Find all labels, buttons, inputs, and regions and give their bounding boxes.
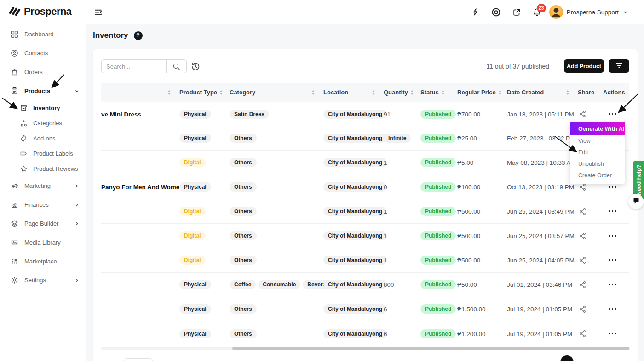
sort-icon[interactable] xyxy=(411,90,414,95)
search-icon[interactable] xyxy=(166,60,186,73)
row-actions-ellipsis-icon[interactable] xyxy=(603,235,629,237)
column-label: Share xyxy=(578,89,594,96)
row-actions-ellipsis-icon[interactable] xyxy=(603,113,629,115)
menu-item-view[interactable]: View xyxy=(570,135,625,146)
sort-icon[interactable] xyxy=(499,90,501,95)
menu-item-create-order[interactable]: Create Order xyxy=(570,169,625,181)
product-type-badge: Physical xyxy=(179,182,211,192)
sidebar-item-marketplace[interactable]: Marketplace xyxy=(0,252,86,271)
column-header-location[interactable]: Location xyxy=(323,89,384,96)
page-size-select[interactable] xyxy=(124,358,153,361)
brand-logo[interactable]: Prosperna xyxy=(8,5,71,17)
product-type-cell: Physical xyxy=(179,304,230,314)
sort-icon[interactable] xyxy=(312,90,315,95)
status-badge: Published xyxy=(420,329,456,338)
notifications-bell[interactable]: 23 xyxy=(533,8,541,17)
menu-item-unpublish[interactable]: Unpublish xyxy=(570,158,625,169)
quick-actions-bolt-icon[interactable] xyxy=(472,8,480,16)
share-icon[interactable] xyxy=(578,256,603,264)
help-icon[interactable]: ? xyxy=(134,31,143,40)
sidebar-item-categories[interactable]: Categories xyxy=(0,116,86,131)
category-badge: Others xyxy=(230,256,257,265)
column-label: Regular Price xyxy=(457,89,496,96)
date-created: Jan 18, 2023 | 05:11 PM xyxy=(507,111,574,118)
price-cell: ₱5.00 xyxy=(457,158,507,167)
location-cell: City of Mandaluyong xyxy=(323,158,384,167)
sidebar-item-label: Marketing xyxy=(24,182,51,189)
menu-item-edit[interactable]: Edit xyxy=(570,146,625,158)
category-badge: Others xyxy=(230,329,257,338)
category-cell: Others xyxy=(230,231,323,240)
row-actions-ellipsis-icon[interactable] xyxy=(603,259,629,261)
horizontal-scrollbar-thumb[interactable] xyxy=(232,347,629,350)
search-history-icon[interactable] xyxy=(190,62,200,71)
sidebar-item-add-ons[interactable]: Add-ons xyxy=(0,131,86,146)
chevron-right-icon xyxy=(74,183,80,189)
row-actions-ellipsis-icon[interactable] xyxy=(603,333,629,335)
target-icon[interactable] xyxy=(491,7,501,17)
floating-action-button[interactable] xyxy=(560,355,574,361)
sort-icon[interactable] xyxy=(566,90,569,95)
column-header-product-type[interactable]: Product Type xyxy=(179,89,230,96)
sidebar-item-orders[interactable]: Orders xyxy=(0,63,86,82)
search-input[interactable] xyxy=(102,60,166,73)
location-cell: City of Mandaluyong xyxy=(323,280,384,289)
sidebar-item-finances[interactable]: Finances xyxy=(0,195,86,214)
chat-button[interactable] xyxy=(628,194,644,209)
category-badge: Others xyxy=(230,134,257,143)
share-icon[interactable] xyxy=(578,330,603,338)
external-link-icon[interactable] xyxy=(512,8,521,17)
location-badge: City of Mandaluyong xyxy=(323,182,387,192)
collapse-sidebar-icon[interactable] xyxy=(94,8,103,17)
account-menu[interactable]: Prosperna Support xyxy=(549,5,628,19)
sidebar-item-inventory[interactable]: Inventory xyxy=(0,100,86,116)
menu-item-generate-with-ai[interactable]: Generate With AI xyxy=(570,122,625,135)
sidebar-item-dashboard[interactable]: Dashboard xyxy=(0,25,86,44)
product-type-badge: Digital xyxy=(179,207,206,216)
row-actions-ellipsis-icon[interactable] xyxy=(603,210,629,212)
avatar xyxy=(549,5,563,19)
sort-icon[interactable] xyxy=(442,90,444,95)
product-name-link[interactable]: ve Mini Dress xyxy=(101,111,141,118)
product-name-link[interactable]: Panyo For Men And Women xyxy=(101,184,184,191)
share-icon[interactable] xyxy=(578,281,603,289)
column-header-product[interactable] xyxy=(101,90,179,95)
sort-icon[interactable] xyxy=(220,90,223,95)
add-product-button[interactable]: Add Product xyxy=(564,59,604,73)
sort-icon[interactable] xyxy=(168,90,171,95)
share-icon[interactable] xyxy=(578,208,603,215)
column-header-status[interactable]: Status xyxy=(420,89,457,96)
share-icon[interactable] xyxy=(578,305,603,313)
column-header-date-created[interactable]: Date Created xyxy=(507,89,578,96)
location-cell: City of Mandaluyong xyxy=(323,231,384,240)
location-cell: City of Mandaluyong xyxy=(323,329,384,338)
date-created: Jul 19, 2024 | 01:05 PM xyxy=(507,306,572,313)
sidebar-item-contacts[interactable]: Contacts xyxy=(0,44,86,63)
share-icon[interactable] xyxy=(578,183,603,191)
sidebar-item-label: Dashboard xyxy=(24,31,54,38)
location-badge: City of Mandaluyong xyxy=(323,207,387,216)
sidebar-item-products[interactable]: Products xyxy=(0,82,86,100)
sidebar-item-marketing[interactable]: Marketing xyxy=(0,176,86,195)
sidebar-item-label: Orders xyxy=(24,69,43,76)
filter-button[interactable] xyxy=(609,59,629,73)
column-header-quantity[interactable]: Quantity xyxy=(384,89,420,96)
share-icon[interactable] xyxy=(578,232,603,240)
sidebar-item-product-reviews[interactable]: Product Reviews xyxy=(0,161,86,176)
sort-icon[interactable] xyxy=(372,90,375,95)
sidebar-item-settings[interactable]: Settings xyxy=(0,271,86,290)
row-actions-ellipsis-icon[interactable] xyxy=(603,186,629,188)
status-cell: Published xyxy=(420,207,457,216)
date-cell: Jul 01, 2024 | 03:46 PM xyxy=(507,280,578,289)
sidebar-item-media-library[interactable]: Media Library xyxy=(0,233,86,252)
column-header-regular-price[interactable]: Regular Price xyxy=(457,89,507,96)
column-header-category[interactable]: Category xyxy=(230,89,323,96)
sidebar-item-product-labels[interactable]: Product Labels xyxy=(0,146,86,161)
orders-icon xyxy=(10,68,18,76)
sidebar-item-page-builder[interactable]: Page Builder xyxy=(0,214,86,233)
share-icon[interactable] xyxy=(578,110,603,118)
horizontal-scrollbar-track[interactable] xyxy=(101,347,630,350)
sidebar-item-label: Product Reviews xyxy=(33,165,78,172)
row-actions-ellipsis-icon[interactable] xyxy=(603,308,629,310)
row-actions-ellipsis-icon[interactable] xyxy=(603,284,629,285)
